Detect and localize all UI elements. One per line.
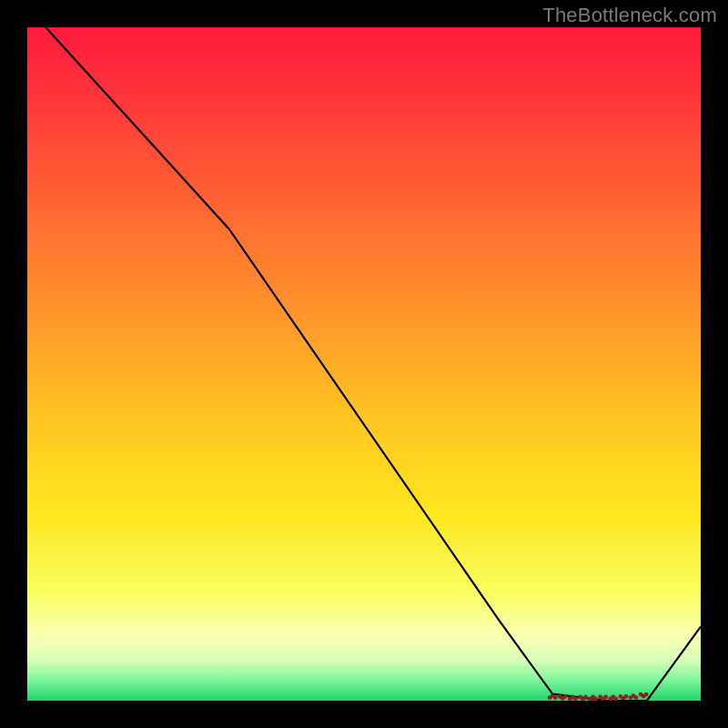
marker-dot <box>624 694 629 699</box>
marker-dot <box>553 695 558 700</box>
marker-dot <box>644 693 649 697</box>
marker-dot <box>603 695 608 700</box>
source-watermark: TheBottleneck.com <box>542 4 717 27</box>
plot-svg <box>27 27 701 701</box>
marker-dot <box>634 695 639 700</box>
chart-frame: TheBottleneck.com <box>0 0 728 728</box>
marker-dot <box>583 695 588 700</box>
marker-dot <box>563 694 568 699</box>
plot-area <box>27 27 701 701</box>
background-gradient <box>27 27 701 701</box>
